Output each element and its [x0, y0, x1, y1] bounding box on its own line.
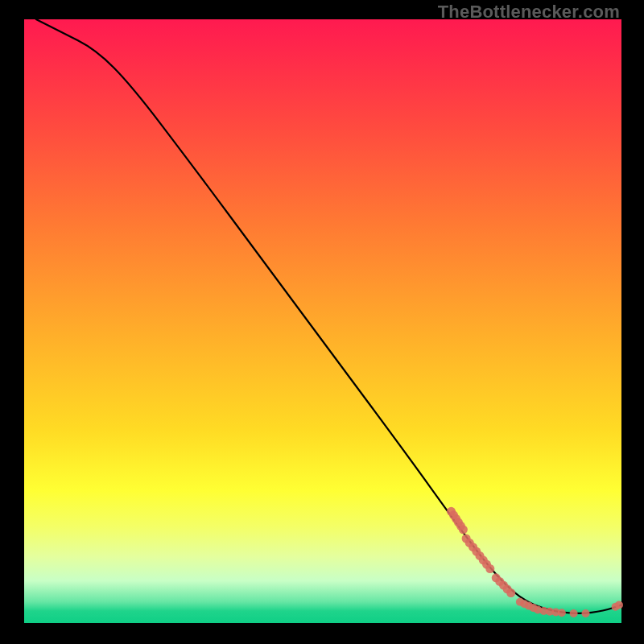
- data-point: [558, 609, 566, 617]
- data-point: [459, 525, 468, 534]
- data-point: [615, 601, 623, 609]
- data-point: [485, 564, 494, 573]
- bottleneck-curve: [36, 19, 621, 613]
- data-point: [582, 609, 590, 617]
- data-point: [506, 588, 515, 597]
- chart-svg: [24, 19, 621, 623]
- plot-gradient-area: [24, 19, 621, 623]
- data-point: [570, 609, 578, 617]
- chart-stage: TheBottlenecker.com: [0, 0, 644, 644]
- data-points-group: [447, 507, 623, 617]
